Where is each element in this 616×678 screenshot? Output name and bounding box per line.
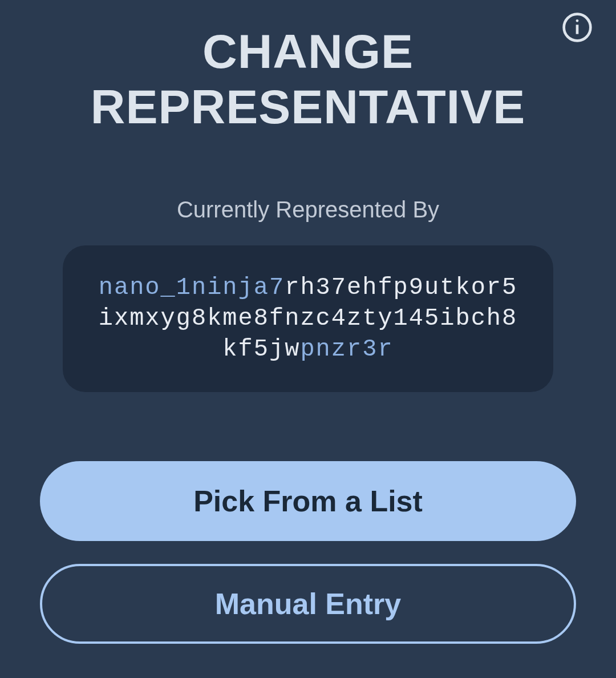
pick-from-list-button[interactable]: Pick From a List — [40, 461, 576, 541]
representative-address: nano_1ninja7rh37ehfp9utkor5ixmxyg8kme8fn… — [97, 273, 519, 365]
button-container: Pick From a List Manual Entry — [0, 461, 616, 644]
representative-address-box: nano_1ninja7rh37ehfp9utkor5ixmxyg8kme8fn… — [63, 245, 553, 392]
info-button[interactable] — [561, 11, 593, 43]
manual-entry-button[interactable]: Manual Entry — [40, 564, 576, 644]
address-prefix: nano_1ninja7 — [99, 274, 285, 301]
address-suffix: pnzr3r — [300, 336, 393, 363]
svg-point-2 — [576, 19, 579, 22]
current-representative-label: Currently Represented By — [0, 197, 616, 223]
info-icon — [561, 11, 593, 43]
page-title: CHANGE REPRESENTATIVE — [0, 0, 616, 134]
